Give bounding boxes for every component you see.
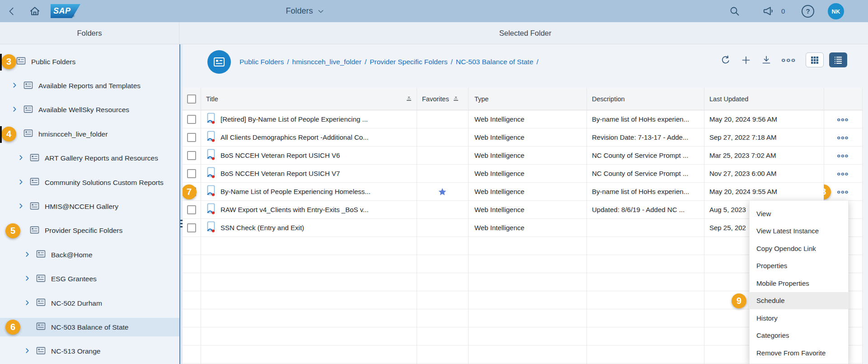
splitter-grip-icon [180, 220, 183, 227]
folder-tree-item-label: ART Gallery Reports and Resources [45, 154, 158, 162]
search-button[interactable] [727, 0, 743, 22]
expander-chevron-icon[interactable] [18, 154, 30, 162]
folder-tree-item-label: ESG Grantees [51, 275, 97, 283]
annotation-step-badge: 7 [183, 184, 197, 199]
notifications-button[interactable] [759, 0, 777, 22]
shell-header: SAP ® Folders 0 ? NK [0, 0, 868, 22]
folder-tree-item[interactable]: NC-502 Durham [0, 291, 179, 315]
context-menu-item[interactable]: Mobile Properties [750, 274, 848, 292]
expander-chevron-icon[interactable] [24, 299, 36, 307]
row-checkbox[interactable] [187, 223, 196, 232]
table-row[interactable]: BoS NCCEH Veteran Report USICH V7 Web In… [183, 165, 862, 183]
row-more-actions-button[interactable]: ooo [837, 189, 849, 194]
folders-sidebar: 3 Public Folders [0, 44, 179, 364]
table-row[interactable]: BoS NCCEH Veteran Report USICH V6 Web In… [183, 147, 862, 165]
back-button[interactable] [5, 0, 18, 22]
expander-chevron-icon[interactable] [12, 82, 23, 90]
document-title[interactable]: All Clients Demographics Report -Additio… [221, 133, 369, 141]
folder-tree-item[interactable]: Community Solutions Custom Reports [0, 170, 179, 194]
column-header-favorites[interactable]: Favorites [417, 88, 468, 110]
breadcrumb-link[interactable]: Public Folders [239, 58, 284, 66]
expander-chevron-icon[interactable] [12, 106, 23, 114]
help-button[interactable]: ? [799, 0, 817, 22]
folder-tree-item[interactable]: Available WellSky Resources [0, 98, 179, 122]
expander-chevron-icon[interactable] [24, 251, 36, 259]
folder-tree-item[interactable]: 6 NC-503 Balance of State [0, 315, 179, 339]
grid-view-button[interactable] [806, 52, 824, 67]
back-chevron-icon [7, 6, 17, 16]
column-divider [586, 88, 587, 364]
context-menu-item[interactable]: Categories [750, 327, 848, 345]
folder-tree-item[interactable]: 5 Provider Specific Folders [0, 219, 179, 243]
webi-document-icon [206, 185, 216, 198]
user-avatar[interactable]: NK [828, 3, 844, 19]
context-menu-item[interactable]: History [750, 309, 848, 327]
folder-tree-item[interactable]: 3 Public Folders [0, 50, 179, 74]
download-button[interactable] [761, 55, 772, 66]
context-menu-item[interactable]: View [750, 205, 848, 222]
document-last-updated: Aug 5, 2023 [709, 206, 746, 213]
document-title[interactable]: SSN Check (Entry and Exit) [221, 224, 304, 232]
document-title[interactable]: RAW Export v4_Clients with Entry-Exits _… [221, 206, 369, 213]
breadcrumb: Public Folders/ hmisncceh_live_folder/ P… [239, 44, 542, 80]
chevron-down-icon [317, 8, 324, 15]
folder-tree-item[interactable]: NC-513 Orange [0, 340, 179, 364]
folder-tree-item[interactable]: ART Gallery Reports and Resources [0, 147, 179, 170]
column-header-description[interactable]: Description [586, 88, 704, 110]
folder-tree-item[interactable]: ESG Grantees [0, 267, 179, 291]
row-more-actions-button[interactable]: ooo [837, 153, 849, 158]
folder-tree-item[interactable]: HMIS@NCCEH Gallery [0, 194, 179, 218]
row-more-actions-button[interactable]: ooo [837, 171, 849, 176]
context-menu-item[interactable]: Properties [750, 257, 848, 275]
row-context-menu: View View Latest Instance Copy Opendoc L… [749, 200, 849, 364]
document-title[interactable]: [Retired] By-Name List of People Experie… [221, 115, 368, 123]
context-menu-item[interactable]: Copy Opendoc Link [750, 240, 848, 257]
row-checkbox[interactable] [187, 169, 196, 178]
favorite-star-icon[interactable] [438, 187, 447, 196]
folder-tree-item-label: Community Solutions Custom Reports [45, 179, 164, 187]
sidebar-splitter[interactable] [179, 44, 183, 364]
expander-chevron-icon[interactable] [18, 203, 30, 211]
column-header-type[interactable]: Type [468, 88, 586, 110]
document-title[interactable]: BoS NCCEH Veteran Report USICH V7 [221, 170, 340, 177]
home-button[interactable] [27, 0, 42, 22]
row-checkbox[interactable] [187, 133, 196, 142]
row-checkbox[interactable] [187, 151, 196, 160]
document-title[interactable]: By-Name List of People Experiencing Home… [221, 188, 371, 195]
document-title[interactable]: BoS NCCEH Veteran Report USICH V6 [221, 151, 340, 159]
breadcrumb-link[interactable]: hmisncceh_live_folder [292, 58, 361, 66]
context-menu-item[interactable]: View Latest Instance [750, 222, 848, 240]
breadcrumb-separator: / [287, 58, 289, 66]
document-type: Web Intelligence [474, 170, 525, 177]
refresh-button[interactable] [720, 55, 731, 66]
more-actions-button[interactable]: ooo [781, 53, 796, 67]
title-dropdown[interactable]: Folders [269, 0, 341, 22]
annotation-step-badge: 3 [1, 54, 16, 69]
folder-tree-item[interactable]: 4 hmisncceh_live_folder [0, 122, 179, 146]
breadcrumb-segment: hmisncceh_live_folder/ [292, 58, 370, 66]
add-button[interactable] [741, 55, 751, 66]
folder-tree-item[interactable]: Available Reports and Templates [0, 74, 179, 98]
select-all-checkbox[interactable] [187, 95, 196, 104]
expander-chevron-icon[interactable] [18, 179, 30, 187]
list-view-button[interactable] [829, 52, 847, 67]
column-header-last-updated[interactable]: Last Updated [704, 88, 824, 110]
expander-chevron-icon[interactable] [24, 275, 36, 283]
expander-chevron-icon[interactable] [24, 347, 36, 355]
row-more-actions-button[interactable]: ooo [837, 117, 849, 122]
column-divider [417, 88, 417, 364]
table-row[interactable]: All Clients Demographics Report -Additio… [183, 128, 862, 147]
breadcrumb-link[interactable]: NC-503 Balance of State [456, 58, 533, 66]
row-more-actions-button[interactable]: ooo [837, 135, 849, 140]
context-menu-item[interactable]: Remove From Favorite [750, 344, 848, 362]
breadcrumb-link[interactable]: Provider Specific Folders [370, 58, 447, 66]
notification-count: 0 [781, 0, 785, 22]
row-checkbox[interactable] [187, 205, 196, 214]
document-type: Web Intelligence [474, 188, 525, 195]
column-header-title[interactable]: Title [201, 88, 417, 110]
table-row[interactable]: [Retired] By-Name List of People Experie… [183, 110, 862, 128]
folder-tree-item[interactable]: Back@Home [0, 243, 179, 267]
row-checkbox[interactable] [187, 115, 196, 124]
context-menu-item[interactable]: 9 Schedule [750, 292, 848, 310]
table-row[interactable]: 7 By-Name List of People Experiencing Ho… [183, 183, 862, 201]
